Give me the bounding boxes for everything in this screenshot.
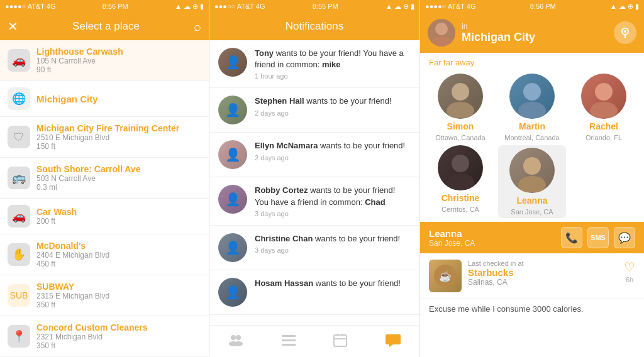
friend-name-christine: Christine (441, 193, 480, 203)
place-icon-mcdonalds: ✋ (8, 243, 30, 266)
panel1-header: ✕ Select a place ⌕ (0, 13, 209, 40)
place-city-name: Michigan City (36, 94, 201, 104)
friends-grid: Simon Ottawa, Canada Martin Montreal, Ca… (420, 70, 644, 222)
panel1-title: Select a place (72, 20, 140, 33)
status-carrier-p3: ●●●●○ AT&T 4G (425, 3, 476, 10)
friend-cell-christine[interactable]: Christine Cerritos, CA (426, 145, 494, 218)
notif-hosam[interactable]: 👤 Hosam Hassan wants to be your friend! (209, 270, 419, 315)
status-bar-p2: ●●●○○ AT&T 4G 8:55 PM ▲ ☁ ⊕ ▮ (209, 0, 419, 13)
place-icon-subway: SUB (8, 284, 30, 307)
search-button[interactable]: ⌕ (194, 20, 201, 33)
place-name-subway: SUBWAY (36, 282, 201, 292)
place-item-mcftc[interactable]: 🛡 Michigan City Fire Training Center 251… (0, 117, 209, 158)
avatar-stephen: 👤 (218, 96, 247, 124)
place-dist-carwash: 200 ft (36, 217, 201, 226)
place-item-lighthouse[interactable]: 🚗 Lighthouse Carwash 105 N Carroll Ave 9… (0, 40, 209, 81)
panel-michigan-city: ●●●●○ AT&T 4G 8:56 PM ▲ ☁ ⊕ ▮ in Michiga… (420, 0, 644, 357)
tab-list-button[interactable] (277, 329, 301, 355)
friend-name-leanna: Leanna (516, 195, 547, 206)
call-button[interactable]: 📞 (561, 227, 582, 248)
place-item-carwash[interactable]: 🚗 Car Wash 200 ft (0, 199, 209, 234)
place-item-michigan-city-label[interactable]: 🌐 Michigan City (0, 81, 209, 117)
svg-point-12 (431, 36, 452, 47)
svg-rect-4 (282, 335, 296, 337)
friend-loc-martin: Montreal, Canada (504, 134, 559, 141)
avatar-hosam: 👤 (218, 278, 247, 307)
section-label-far-away: Far far away (420, 53, 644, 70)
svg-point-0 (231, 335, 236, 340)
place-name-carwash: Car Wash (36, 207, 201, 217)
place-dist-mcdonalds: 450 ft (36, 260, 201, 268)
panel2-title: Notifications (286, 20, 344, 33)
notif-time-robby: 3 days ago (255, 210, 411, 217)
notif-robby[interactable]: 👤 Robby Cortez wants to be your friend! … (209, 177, 419, 225)
place-item-concord[interactable]: 📍 Concord Custom Cleaners 2321 Michigan … (0, 316, 209, 357)
status-carrier-p1: ●●●●○ AT&T 4G (5, 3, 56, 10)
place-item-southshore[interactable]: 🚌 South Shore: Carroll Ave 503 N Carroll… (0, 158, 209, 199)
notif-christine[interactable]: 👤 Christine Chan wants to be your friend… (209, 226, 419, 270)
svg-point-23 (523, 157, 541, 175)
svg-point-11 (435, 23, 448, 35)
notif-ellyn[interactable]: 👤 Ellyn McNamara wants to be your friend… (209, 133, 419, 177)
tab-chat-button[interactable] (380, 328, 406, 356)
status-carrier-p2: ●●●○○ AT&T 4G (214, 3, 265, 10)
notif-text-tony: Tony wants to be your friend! You have a… (255, 48, 411, 70)
panel2-header: Notifications (209, 13, 419, 40)
avatar-christine-chan: 👤 (218, 233, 247, 262)
selected-friend-bar: Leanna San Jose, CA 📞 SMS 💬 (420, 222, 644, 253)
place-item-subway[interactable]: SUB SUBWAY 2315 E Michigan Blvd 350 ft (0, 275, 209, 316)
notif-text-christine: Christine Chan wants to be your friend! (255, 233, 411, 244)
place-name-southshore: South Shore: Carroll Ave (36, 164, 201, 174)
selected-friend-name: Leanna (429, 228, 475, 239)
bottom-tabs (209, 326, 419, 357)
svg-rect-6 (282, 344, 296, 346)
friend-loc-simon: Ottawa, Canada (435, 134, 486, 141)
status-time-p3: 8:56 PM (530, 3, 556, 10)
svg-point-20 (590, 102, 618, 118)
notif-text-ellyn: Ellyn McNamara wants to be your friend! (255, 140, 411, 151)
friend-cell-simon[interactable]: Simon Ottawa, Canada (426, 74, 494, 141)
user-avatar (428, 19, 455, 47)
notif-tony[interactable]: 👤 Tony wants to be your friend! You have… (209, 40, 419, 88)
place-list: 🚗 Lighthouse Carwash 105 N Carroll Ave 9… (0, 40, 209, 357)
place-icon-bus: 🚌 (8, 167, 30, 189)
place-icon-fire: 🛡 (8, 126, 30, 148)
friend-cell-leanna[interactable]: Leanna San Jose, CA (498, 145, 566, 218)
panel-notifications: ●●●○○ AT&T 4G 8:55 PM ▲ ☁ ⊕ ▮ Notificati… (209, 0, 420, 357)
checkin-label: Last checked in at (468, 260, 618, 267)
svg-point-18 (518, 102, 546, 118)
close-button[interactable]: ✕ (8, 20, 18, 33)
avatar-robby: 👤 (218, 185, 247, 214)
place-icon-carwash: 🚗 (8, 205, 30, 228)
svg-point-14 (624, 30, 626, 33)
sms-button[interactable]: SMS (587, 227, 609, 248)
status-icons-p2: ▲ ☁ ⊕ ▮ (386, 3, 414, 11)
place-name-mcftc: Michigan City Fire Training Center (36, 123, 201, 133)
tab-calendar-button[interactable] (328, 328, 352, 356)
place-dist-southshore: 0.3 mi (36, 183, 201, 192)
map-pin-button[interactable] (614, 21, 636, 44)
place-icon-car: 🚗 (8, 49, 30, 72)
checkin-subloc: Salinas, CA (468, 278, 618, 287)
selected-friend-loc: San Jose, CA (429, 239, 475, 248)
svg-rect-5 (282, 339, 296, 341)
tab-people-button[interactable] (223, 329, 248, 355)
status-bar-p1: ●●●●○ AT&T 4G 8:56 PM ▲ ☁ ⊕ ▮ (0, 0, 209, 13)
avatar-leanna (509, 148, 555, 193)
place-addr-mcftc: 2510 E Michigan Blvd (36, 133, 201, 142)
notif-stephen[interactable]: 👤 Stephen Hall wants to be your friend! … (209, 88, 419, 133)
friend-cell-rachel[interactable]: Rachel Orlando, FL (570, 74, 638, 141)
checkin-image: ☕ (429, 260, 462, 292)
svg-rect-7 (334, 335, 347, 346)
place-item-mcdonalds[interactable]: ✋ McDonald's 2404 E Michigan Blvd 450 ft (0, 234, 209, 275)
like-heart-icon[interactable]: ♡ (624, 260, 635, 275)
avatar-rachel (581, 74, 626, 119)
place-icon-city: 🌐 (8, 87, 30, 110)
place-name-concord: Concord Custom Cleaners (36, 322, 201, 332)
message-button[interactable]: 💬 (614, 227, 635, 248)
avatar-martin (509, 74, 555, 119)
friend-name-rachel: Rachel (589, 121, 618, 131)
notif-time-ellyn: 2 days ago (255, 154, 411, 162)
friend-cell-martin[interactable]: Martin Montreal, Canada (498, 74, 566, 141)
friend-name-simon: Simon (447, 121, 474, 131)
